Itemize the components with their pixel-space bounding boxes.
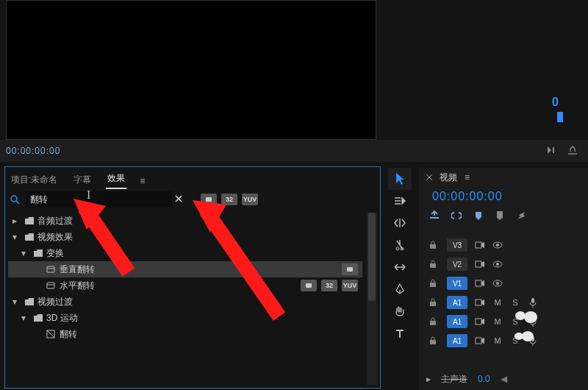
tree-label: 垂直翻转 — [60, 263, 95, 276]
master-track-label[interactable]: 主声道 — [441, 373, 467, 386]
track-a3[interactable]: A1 M S — [419, 331, 588, 350]
eye-icon[interactable] — [492, 241, 503, 249]
tree-effect-flip[interactable]: 翻转 — [8, 326, 362, 342]
timeline-tracks: V3 V2 V1 A1 M S A1 M — [419, 235, 588, 350]
keyframe-prev-icon[interactable]: ◀ — [501, 374, 507, 384]
program-monitor — [6, 0, 376, 140]
timeline-panel: 视频 ≡ 00:00:00:00 V3 V2 V1 A — [419, 168, 588, 390]
marker-icon[interactable] — [495, 210, 504, 221]
accelerated-effects-filter[interactable] — [201, 194, 217, 205]
lock-icon[interactable] — [429, 336, 440, 345]
track-label[interactable]: V3 — [447, 238, 467, 252]
lock-icon[interactable] — [429, 298, 440, 307]
toggle-output-icon[interactable] — [475, 260, 485, 268]
tab-effects[interactable]: 效果 — [106, 169, 126, 189]
lock-icon[interactable] — [429, 241, 440, 249]
svg-point-30 — [496, 282, 499, 285]
effects-scrollbar[interactable] — [367, 213, 377, 385]
snap-icon[interactable] — [429, 210, 440, 221]
pen-tool[interactable] — [388, 278, 412, 300]
slip-tool[interactable] — [388, 256, 412, 278]
folder-icon — [24, 233, 35, 241]
svg-rect-5 — [47, 266, 54, 272]
timeline-title[interactable]: 视频 — [440, 171, 457, 184]
mute-label[interactable]: M — [492, 336, 503, 345]
folder-icon — [33, 313, 43, 322]
eye-icon[interactable] — [492, 280, 503, 287]
track-label[interactable]: A1 — [447, 315, 467, 328]
lock-icon[interactable] — [429, 260, 440, 269]
toggle-output-icon[interactable] — [475, 280, 485, 287]
tab-subtitles[interactable]: 字幕 — [72, 171, 93, 189]
voice-over-icon[interactable] — [528, 336, 538, 346]
solo-label[interactable]: S — [510, 298, 520, 307]
tree-folder-3d-motion[interactable]: ▾ 3D 运动 — [8, 310, 362, 326]
svg-rect-10 — [306, 283, 312, 288]
track-label[interactable]: A1 — [447, 334, 467, 347]
add-marker-icon[interactable] — [473, 210, 484, 221]
tree-effect-vertical-flip[interactable]: 垂直翻转 — [8, 261, 362, 277]
solo-label[interactable]: S — [510, 317, 520, 326]
tree-label: 视频效果 — [37, 231, 73, 244]
toggle-output-icon[interactable] — [475, 318, 485, 325]
track-label[interactable]: V2 — [447, 258, 467, 271]
svg-rect-33 — [531, 298, 534, 303]
tree-folder-video-transitions[interactable]: ▾ 视频过渡 — [8, 294, 362, 310]
tree-label: 音频过渡 — [37, 215, 73, 227]
razor-tool[interactable] — [388, 234, 412, 256]
svg-rect-27 — [430, 283, 436, 287]
track-v1[interactable]: V1 — [419, 274, 588, 293]
lock-icon[interactable] — [429, 317, 440, 326]
mute-label[interactable]: M — [492, 317, 503, 326]
track-label[interactable]: V1 — [447, 277, 467, 290]
voice-over-icon[interactable] — [528, 297, 538, 308]
svg-rect-38 — [476, 338, 481, 344]
track-select-tool[interactable] — [388, 190, 412, 212]
track-a1[interactable]: A1 M S — [419, 293, 588, 312]
32bit-filter[interactable]: 32 — [221, 194, 237, 205]
lock-icon[interactable] — [429, 279, 440, 288]
track-v3[interactable]: V3 — [419, 235, 588, 255]
panel-menu-icon[interactable]: ≡ — [465, 172, 470, 182]
export-frame-button[interactable] — [567, 146, 578, 155]
track-a2[interactable]: A1 M S — [419, 312, 588, 331]
clear-search-icon[interactable] — [174, 194, 184, 205]
linked-selection-icon[interactable] — [451, 210, 462, 221]
tree-folder-transform[interactable]: ▾ 变换 — [8, 245, 362, 261]
toggle-output-icon[interactable] — [475, 299, 485, 306]
viewer-timecode[interactable]: 00:00:00:00 — [6, 146, 60, 156]
tree-folder-video-effects[interactable]: ▾ 视频效果 — [8, 229, 362, 245]
settings-icon[interactable] — [516, 210, 526, 221]
close-icon[interactable] — [426, 174, 432, 180]
panel-menu-icon[interactable]: ≡ — [140, 176, 145, 189]
svg-rect-23 — [430, 263, 436, 268]
chevron-down-icon: ▾ — [12, 232, 21, 242]
toggle-output-icon[interactable] — [475, 241, 485, 249]
timeline-timecode[interactable]: 00:00:00:00 — [419, 187, 588, 206]
chevron-down-icon: ▾ — [12, 297, 21, 307]
tree-folder-audio-transitions[interactable]: ▸ 音频过渡 — [8, 213, 362, 229]
master-value[interactable]: 0.0 — [478, 374, 490, 384]
mute-label[interactable]: M — [492, 298, 503, 307]
effects-search-input[interactable] — [26, 191, 173, 208]
hand-tool[interactable] — [388, 300, 412, 322]
type-tool[interactable] — [388, 322, 412, 344]
tree-effect-horizontal-flip[interactable]: 水平翻转 32 YUV — [8, 277, 362, 294]
track-v2[interactable]: V2 — [419, 255, 588, 274]
ripple-edit-tool[interactable] — [388, 212, 412, 234]
solo-label[interactable]: S — [510, 336, 520, 345]
tab-project[interactable]: 项目:未命名 — [10, 171, 59, 189]
effect-preset-icon — [46, 281, 57, 290]
play-stop-button[interactable] — [547, 146, 557, 155]
svg-rect-32 — [476, 299, 481, 305]
eye-icon[interactable] — [492, 260, 503, 268]
tree-label: 视频过渡 — [37, 296, 73, 308]
tree-label: 翻转 — [60, 328, 77, 341]
track-label[interactable]: A1 — [447, 296, 467, 309]
toggle-output-icon[interactable] — [475, 337, 485, 344]
voice-over-icon[interactable] — [528, 316, 538, 327]
chevron-right-icon[interactable]: ▸ — [426, 374, 431, 384]
out-point-marker[interactable] — [557, 112, 563, 122]
yuv-filter[interactable]: YUV — [242, 194, 258, 205]
selection-tool[interactable] — [388, 168, 412, 190]
